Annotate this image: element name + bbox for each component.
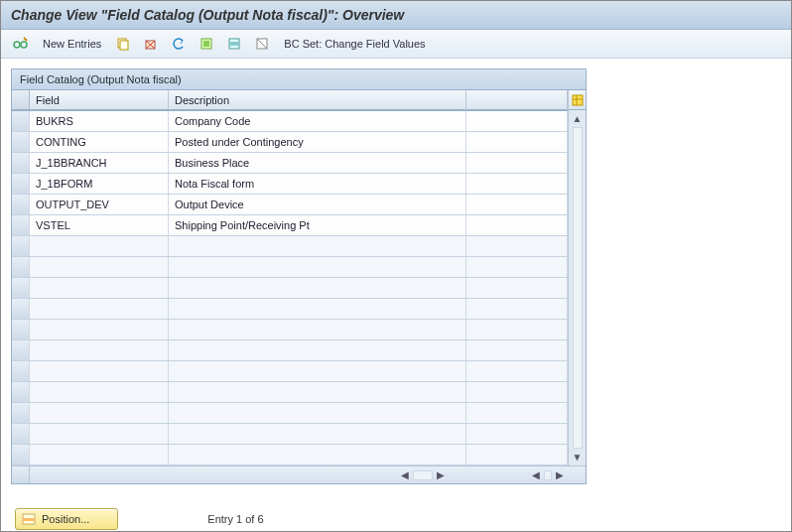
select-all-button[interactable]: [195, 34, 218, 54]
cell-field[interactable]: OUTPUT_DEV: [30, 195, 169, 214]
cell-description[interactable]: Nota Fiscal form: [169, 174, 466, 194]
row-selector[interactable]: [12, 153, 30, 173]
bc-set-button[interactable]: BC Set: Change Field Values: [278, 36, 431, 52]
row-selector[interactable]: [12, 236, 30, 256]
svg-rect-12: [229, 42, 239, 46]
table-row[interactable]: OUTPUT_DEVOutput Device: [12, 195, 568, 215]
row-selector[interactable]: [12, 195, 30, 214]
cell-field[interactable]: [30, 340, 169, 360]
scroll-down-button[interactable]: ▼: [573, 449, 583, 466]
table-row[interactable]: [12, 278, 568, 299]
table-row[interactable]: J_1BFORMNota Fiscal form: [12, 174, 568, 195]
cell-description[interactable]: [169, 257, 466, 277]
cell-field[interactable]: [30, 320, 169, 339]
cell-rest: [466, 278, 568, 298]
svg-point-0: [14, 42, 20, 48]
table-row[interactable]: J_1BBRANCHBusiness Place: [12, 153, 568, 174]
cell-description[interactable]: Business Place: [169, 153, 466, 173]
table-row[interactable]: [12, 257, 568, 278]
row-selector[interactable]: [12, 403, 30, 423]
table-row[interactable]: [12, 340, 568, 361]
delete-button[interactable]: [139, 34, 163, 54]
cell-field[interactable]: [30, 445, 169, 465]
table-row[interactable]: [12, 236, 568, 257]
cell-description[interactable]: [169, 320, 466, 339]
vertical-scrollbar[interactable]: ▲ ▼: [568, 90, 586, 466]
cell-description[interactable]: [169, 236, 466, 256]
table-row[interactable]: [12, 361, 568, 382]
horizontal-scrollbar[interactable]: ◀ ▶ ◀ ▶: [12, 466, 586, 483]
cell-rest: [466, 257, 568, 277]
cell-description[interactable]: [169, 361, 466, 381]
scroll-track-h-2[interactable]: [544, 470, 552, 480]
cell-field[interactable]: [30, 403, 169, 423]
table-row[interactable]: [12, 424, 568, 445]
cell-field[interactable]: [30, 424, 169, 444]
cell-description[interactable]: [169, 445, 466, 465]
row-selector[interactable]: [12, 174, 30, 194]
cell-field[interactable]: [30, 236, 169, 256]
row-selector[interactable]: [12, 257, 30, 277]
table-row[interactable]: VSTELShipping Point/Receiving Pt: [12, 215, 568, 236]
cell-field[interactable]: [30, 361, 169, 381]
row-selector[interactable]: [12, 132, 30, 152]
scroll-track-h-1[interactable]: [413, 470, 433, 480]
toggle-display-change-button[interactable]: [9, 34, 33, 54]
row-selector[interactable]: [12, 299, 30, 319]
select-block-icon: [226, 36, 242, 52]
cell-field[interactable]: VSTEL: [30, 215, 169, 235]
copy-as-button[interactable]: [111, 34, 135, 54]
select-block-button[interactable]: [222, 34, 246, 54]
cell-description[interactable]: [169, 299, 466, 319]
table-row[interactable]: [12, 320, 568, 340]
scroll-up-button[interactable]: ▲: [573, 110, 583, 127]
row-selector[interactable]: [12, 215, 30, 235]
row-selector[interactable]: [12, 382, 30, 402]
row-selector[interactable]: [12, 424, 30, 444]
deselect-all-button[interactable]: [250, 34, 274, 54]
cell-field[interactable]: [30, 257, 169, 277]
table-row[interactable]: [12, 445, 568, 466]
cell-description[interactable]: [169, 403, 466, 423]
cell-field[interactable]: [30, 278, 169, 298]
row-selector[interactable]: [12, 111, 30, 131]
row-selector[interactable]: [12, 340, 30, 360]
row-selector[interactable]: [12, 361, 30, 381]
new-entries-button[interactable]: New Entries: [37, 36, 107, 52]
table-settings-icon: [572, 94, 584, 106]
undo-button[interactable]: [167, 34, 191, 54]
cell-field[interactable]: J_1BFORM: [30, 174, 169, 194]
cell-field[interactable]: BUKRS: [30, 111, 169, 131]
cell-description[interactable]: Output Device: [169, 195, 466, 214]
cell-description[interactable]: Posted under Contingency: [169, 132, 466, 152]
panel-title: Field Catalog (Output Nota fiscal): [12, 69, 586, 90]
cell-description[interactable]: [169, 278, 466, 298]
cell-field[interactable]: [30, 382, 169, 402]
table-row[interactable]: [12, 382, 568, 403]
table-row[interactable]: [12, 299, 568, 320]
row-selector[interactable]: [12, 278, 30, 298]
scroll-right-button-2[interactable]: ▶: [552, 469, 568, 480]
cell-description[interactable]: [169, 340, 466, 360]
cell-description[interactable]: [169, 424, 466, 444]
cell-description[interactable]: Shipping Point/Receiving Pt: [169, 215, 466, 235]
cell-field[interactable]: CONTING: [30, 132, 169, 152]
row-selector-header[interactable]: [12, 90, 30, 110]
table-row[interactable]: [12, 403, 568, 424]
cell-description[interactable]: Company Code: [169, 111, 466, 131]
cell-description[interactable]: [169, 382, 466, 402]
row-selector[interactable]: [12, 320, 30, 339]
column-header-description[interactable]: Description: [169, 90, 466, 110]
table-row[interactable]: BUKRSCompany Code: [12, 111, 568, 132]
column-header-field[interactable]: Field: [30, 90, 169, 110]
configure-columns-button[interactable]: [569, 90, 586, 110]
cell-field[interactable]: J_1BBRANCH: [30, 153, 169, 173]
cell-field[interactable]: [30, 299, 169, 319]
scroll-track-v[interactable]: [573, 127, 583, 449]
scroll-left-button-1[interactable]: ◀: [397, 469, 413, 480]
position-button[interactable]: Position...: [15, 508, 118, 530]
table-row[interactable]: CONTINGPosted under Contingency: [12, 132, 568, 153]
scroll-left-button-2[interactable]: ◀: [528, 469, 544, 480]
row-selector[interactable]: [12, 445, 30, 465]
scroll-right-button-1[interactable]: ▶: [433, 469, 449, 480]
